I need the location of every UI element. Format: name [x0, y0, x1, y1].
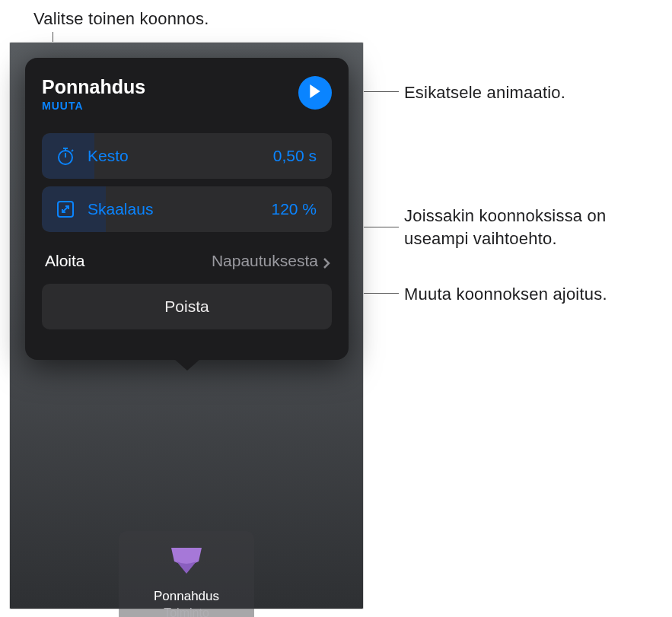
stopwatch-icon — [54, 145, 77, 167]
scale-label: Skaalaus — [88, 200, 271, 218]
popover-header: Ponnahdus MUUTA — [25, 72, 349, 126]
build-effect-title: Ponnahdus — [42, 76, 145, 98]
start-value-text: Napautuksesta — [212, 252, 318, 270]
expand-icon — [54, 198, 77, 221]
duration-label: Kesto — [88, 147, 273, 165]
callout-choose-build: Valitse toinen koonnos. — [33, 9, 209, 29]
callout-preview-animation: Esikatsele animaatio. — [404, 81, 565, 104]
svg-line-4 — [72, 150, 73, 151]
preview-play-button[interactable] — [298, 76, 332, 110]
start-label: Aloita — [45, 252, 85, 270]
chevron-right-icon — [323, 255, 330, 267]
start-selected-value: Napautuksesta — [212, 252, 330, 270]
start-row[interactable]: Aloita Napautuksesta — [42, 249, 332, 273]
duration-value: 0,50 s — [273, 147, 317, 165]
change-build-button[interactable]: MUUTA — [42, 100, 145, 112]
presentation-canvas: Ponnahdus MUUTA Kesto 0,5 — [9, 42, 364, 609]
delete-build-button[interactable]: Poista — [42, 284, 332, 329]
build-settings-popover: Ponnahdus MUUTA Kesto 0,5 — [25, 58, 349, 360]
play-icon — [308, 84, 322, 102]
popover-header-left: Ponnahdus MUUTA — [42, 76, 145, 112]
callout-change-timing: Muuta koonnoksen ajoitus. — [404, 283, 607, 306]
build-thumbnail[interactable]: Ponnahdus Toiminto — [119, 531, 254, 617]
callout-more-options: Joissakin koonnoksissa on useampi vaihto… — [404, 205, 672, 250]
build-thumbnail-icon — [165, 545, 208, 575]
duration-row[interactable]: Kesto 0,50 s — [42, 133, 332, 179]
scale-row[interactable]: Skaalaus 120 % — [42, 186, 332, 232]
scale-value: 120 % — [271, 200, 317, 218]
build-thumbnail-title: Ponnahdus — [154, 589, 219, 604]
build-thumbnail-subtitle: Toiminto — [164, 606, 209, 617]
